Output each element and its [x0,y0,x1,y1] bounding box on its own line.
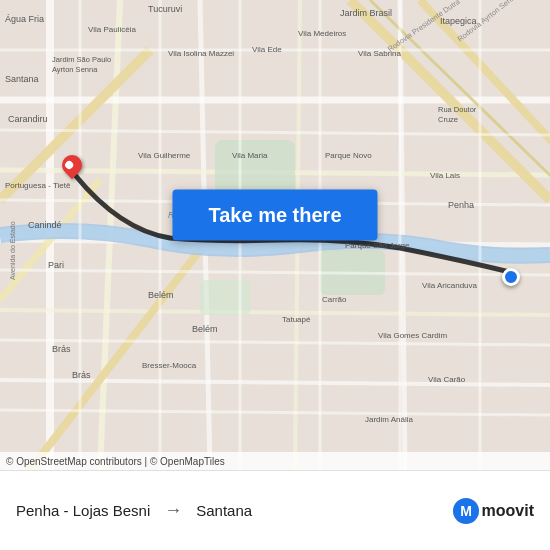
svg-text:Rua Doutor: Rua Doutor [438,105,477,114]
svg-text:Penha: Penha [448,200,474,210]
svg-text:Carandiru: Carandiru [8,114,48,124]
svg-text:Ayrton Senna: Ayrton Senna [52,65,98,74]
svg-text:Jardim São Paulo: Jardim São Paulo [52,55,111,64]
svg-text:Pari: Pari [48,260,64,270]
moovit-brand-name: moovit [482,502,534,520]
bottom-bar: Penha - Lojas Besni → Santana M moovit [0,470,550,550]
svg-text:M: M [460,503,472,519]
route-arrow-icon: → [164,500,182,521]
svg-text:Brás: Brás [72,370,91,380]
svg-text:Parque São Jorge: Parque São Jorge [345,241,410,250]
route-to-label: Santana [196,502,252,519]
take-me-there-button[interactable]: Take me there [172,190,377,241]
svg-text:Parque Novo: Parque Novo [325,151,372,160]
svg-text:Cruze: Cruze [438,115,458,124]
moovit-logo: M moovit [452,497,534,525]
svg-text:Vila Ede: Vila Ede [252,45,282,54]
svg-text:Vila Carão: Vila Carão [428,375,466,384]
svg-text:Avenida do Estado: Avenida do Estado [9,221,16,280]
svg-text:Bresser-Mooca: Bresser-Mooca [142,361,197,370]
svg-text:Portuguesa - Tietê: Portuguesa - Tietê [5,181,71,190]
svg-text:Brás: Brás [52,344,71,354]
svg-text:Vila Aricanduva: Vila Aricanduva [422,281,478,290]
svg-text:Santana: Santana [5,74,39,84]
svg-rect-19 [200,280,250,315]
svg-text:Vila Maria: Vila Maria [232,151,268,160]
map-attribution: © OpenStreetMap contributors | © OpenMap… [0,452,550,470]
svg-text:Vila Paulicéia: Vila Paulicéia [88,25,136,34]
route-from-label: Penha - Lojas Besni [16,502,150,519]
svg-text:Vila Guilherme: Vila Guilherme [138,151,191,160]
svg-text:Vila Lais: Vila Lais [430,171,460,180]
svg-text:Vila Isolina Mazzei: Vila Isolina Mazzei [168,49,234,58]
svg-text:Água Fria: Água Fria [5,14,44,24]
svg-text:Belém: Belém [192,324,218,334]
moovit-icon: M [452,497,480,525]
svg-text:Carrão: Carrão [322,295,347,304]
destination-dot [502,268,520,286]
svg-text:Jardim Brasil: Jardim Brasil [340,8,392,18]
svg-text:Belém: Belém [148,290,174,300]
svg-text:Tucuruvi: Tucuruvi [148,4,182,14]
map-container: Água Fria Tucuruvi Jardim Brasil Itapegi… [0,0,550,470]
svg-text:Jardim Anália: Jardim Anália [365,415,414,424]
svg-text:Canindé: Canindé [28,220,62,230]
svg-text:Tatuapé: Tatuapé [282,315,311,324]
svg-text:Vila Medeiros: Vila Medeiros [298,29,346,38]
svg-rect-17 [215,140,295,195]
svg-text:Vila Gomes Cardim: Vila Gomes Cardim [378,331,448,340]
